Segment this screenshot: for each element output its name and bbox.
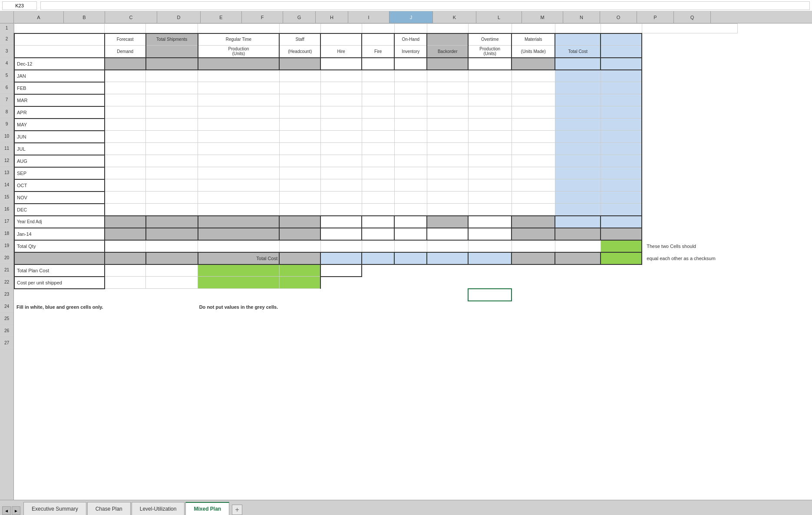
cell-f5[interactable] bbox=[279, 70, 320, 82]
cell-l8[interactable] bbox=[512, 106, 555, 119]
cell-d5[interactable] bbox=[146, 70, 198, 82]
cell-l13[interactable] bbox=[512, 167, 555, 179]
cell-m11[interactable] bbox=[555, 143, 601, 155]
cell-f14[interactable] bbox=[279, 179, 320, 191]
cell-k7[interactable] bbox=[468, 94, 512, 106]
cell-m17[interactable] bbox=[555, 216, 601, 228]
cell-b11-label[interactable]: JUL bbox=[14, 143, 105, 155]
cell-c9[interactable] bbox=[105, 119, 146, 131]
cell-n13[interactable] bbox=[601, 167, 642, 179]
cell-c7[interactable] bbox=[105, 94, 146, 106]
cell-n2-header[interactable] bbox=[601, 33, 642, 46]
cell-j17[interactable] bbox=[427, 216, 468, 228]
cell-l19[interactable] bbox=[512, 240, 555, 252]
cell-d1[interactable] bbox=[146, 24, 198, 33]
cell-k3-header[interactable]: Production(Units) bbox=[468, 46, 512, 58]
cell-g11[interactable] bbox=[320, 143, 362, 155]
cell-i8[interactable] bbox=[394, 106, 427, 119]
cell-k5[interactable] bbox=[468, 70, 512, 82]
cell-d4[interactable] bbox=[146, 58, 198, 70]
cell-j9[interactable] bbox=[427, 119, 468, 131]
cell-b10-label[interactable]: JUN bbox=[14, 131, 105, 143]
cell-e6[interactable] bbox=[198, 82, 280, 94]
row-num-18[interactable]: 18 bbox=[0, 228, 13, 240]
cell-c12[interactable] bbox=[105, 155, 146, 167]
col-header-d[interactable]: C bbox=[105, 11, 157, 23]
tab-chase-plan[interactable]: Chase Plan bbox=[87, 502, 131, 515]
cell-b12-label[interactable]: AUG bbox=[14, 155, 105, 167]
cell-i13[interactable] bbox=[394, 167, 427, 179]
col-header-h[interactable]: G bbox=[283, 11, 316, 23]
cell-m16[interactable] bbox=[555, 204, 601, 216]
cell-m4[interactable] bbox=[555, 58, 601, 70]
cell-j6[interactable] bbox=[427, 82, 468, 94]
row-num-12[interactable]: 12 bbox=[0, 155, 13, 167]
cell-b7-label[interactable]: MAR bbox=[14, 94, 105, 106]
cell-l16[interactable] bbox=[512, 204, 555, 216]
cell-i10[interactable] bbox=[394, 131, 427, 143]
cell-f22-green[interactable] bbox=[279, 277, 320, 289]
cell-i5[interactable] bbox=[394, 70, 427, 82]
cell-l20[interactable] bbox=[512, 252, 555, 264]
cell-e1[interactable] bbox=[198, 24, 280, 33]
cell-g7[interactable] bbox=[320, 94, 362, 106]
cell-d18[interactable] bbox=[146, 228, 198, 240]
col-header-f[interactable]: E bbox=[201, 11, 242, 23]
cell-k12[interactable] bbox=[468, 155, 512, 167]
cell-d8[interactable] bbox=[146, 106, 198, 119]
cell-f10[interactable] bbox=[279, 131, 320, 143]
tab-mixed-plan[interactable]: Mixed Plan bbox=[185, 502, 229, 515]
selected-cell-k23[interactable] bbox=[468, 289, 512, 301]
cell-i3-header[interactable]: Inventory bbox=[394, 46, 427, 58]
cell-i15[interactable] bbox=[394, 191, 427, 204]
cell-j15[interactable] bbox=[427, 191, 468, 204]
cell-h2-header[interactable] bbox=[362, 33, 394, 46]
cell-oq1[interactable] bbox=[642, 24, 737, 33]
cell-m20[interactable] bbox=[555, 252, 601, 264]
cell-b19-label[interactable]: Total Qty bbox=[14, 240, 105, 252]
cell-l7[interactable] bbox=[512, 94, 555, 106]
cell-f8[interactable] bbox=[279, 106, 320, 119]
cell-i16[interactable] bbox=[394, 204, 427, 216]
formula-input[interactable] bbox=[40, 1, 810, 10]
cell-i11[interactable] bbox=[394, 143, 427, 155]
cell-d12[interactable] bbox=[146, 155, 198, 167]
cell-k20[interactable] bbox=[468, 252, 512, 264]
cell-c21[interactable] bbox=[105, 264, 146, 277]
cell-j16[interactable] bbox=[427, 204, 468, 216]
cell-n14[interactable] bbox=[601, 179, 642, 191]
cell-h12[interactable] bbox=[362, 155, 394, 167]
cell-d17[interactable] bbox=[146, 216, 198, 228]
cell-c4[interactable] bbox=[105, 58, 146, 70]
row-num-23[interactable]: 23 bbox=[0, 288, 13, 300]
cell-j13[interactable] bbox=[427, 167, 468, 179]
cell-b21-label[interactable]: Total Plan Cost bbox=[14, 264, 105, 277]
cell-n6[interactable] bbox=[601, 82, 642, 94]
cell-k11[interactable] bbox=[468, 143, 512, 155]
cell-e11[interactable] bbox=[198, 143, 280, 155]
cell-n18[interactable] bbox=[601, 228, 642, 240]
cell-e22-green[interactable] bbox=[198, 277, 280, 289]
cell-g9[interactable] bbox=[320, 119, 362, 131]
cell-b2[interactable] bbox=[14, 33, 105, 46]
cell-c20[interactable] bbox=[105, 252, 146, 264]
cell-h5[interactable] bbox=[362, 70, 394, 82]
col-header-l[interactable]: K bbox=[433, 11, 476, 23]
col-header-b[interactable]: A bbox=[14, 11, 64, 23]
cell-k14[interactable] bbox=[468, 179, 512, 191]
cell-i6[interactable] bbox=[394, 82, 427, 94]
row-num-22[interactable]: 22 bbox=[0, 276, 13, 288]
cell-b17-label[interactable]: Year End Adj bbox=[14, 216, 105, 228]
cell-c17[interactable] bbox=[105, 216, 146, 228]
cell-l18[interactable] bbox=[512, 228, 555, 240]
cell-i20[interactable] bbox=[394, 252, 427, 264]
cell-e20-totalcost[interactable]: Total Cost bbox=[198, 252, 280, 264]
cell-l2-header[interactable]: Materials bbox=[512, 33, 555, 46]
cell-k8[interactable] bbox=[468, 106, 512, 119]
cell-j4[interactable] bbox=[427, 58, 468, 70]
cell-e21-green[interactable] bbox=[198, 264, 280, 277]
cell-h6[interactable] bbox=[362, 82, 394, 94]
cell-d9[interactable] bbox=[146, 119, 198, 131]
cell-m6[interactable] bbox=[555, 82, 601, 94]
col-header-g[interactable]: F bbox=[242, 11, 283, 23]
